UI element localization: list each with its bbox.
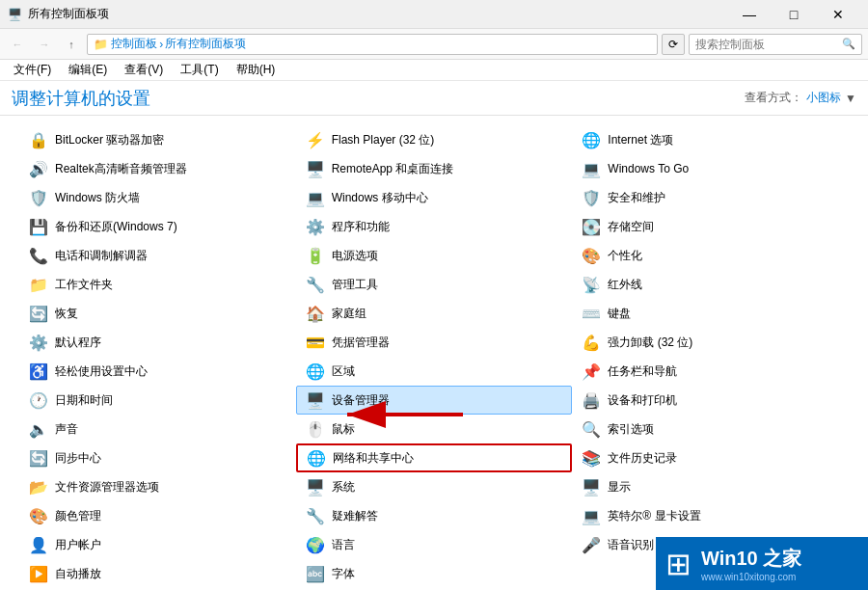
breadcrumb-all-items[interactable]: 所有控制面板项 [165, 36, 246, 52]
item-icon: 📚 [581, 447, 602, 469]
control-item[interactable]: 🖥️RemoteApp 和桌面连接 [296, 154, 573, 183]
control-item[interactable]: 🎨颜色管理 [19, 501, 296, 530]
item-label: 语言 [332, 537, 355, 553]
breadcrumb-separator: › [159, 38, 163, 51]
control-item[interactable]: 🔄同步中心 [19, 443, 296, 472]
control-item[interactable]: 🎨个性化 [572, 241, 849, 270]
control-item[interactable]: ⚙️程序和功能 [296, 212, 573, 241]
close-button[interactable]: ✕ [816, 0, 860, 29]
control-item[interactable]: 🔧疑难解答 [296, 501, 573, 530]
item-label: 键盘 [608, 306, 631, 322]
item-icon: ⌨️ [581, 303, 602, 324]
control-item[interactable]: 🏠家庭组 [296, 299, 573, 328]
control-item[interactable]: 📌任务栏和导航 [572, 357, 849, 386]
control-item[interactable]: 🖥️显示 [572, 472, 849, 501]
item-icon: 💻 [581, 505, 602, 526]
forward-button[interactable]: → [33, 33, 56, 56]
item-icon: 🖥️ [581, 476, 602, 497]
menu-help[interactable]: 帮助(H) [229, 60, 284, 80]
item-label: 显示 [608, 479, 631, 496]
control-item[interactable]: 💻英特尔® 显卡设置 [572, 501, 849, 530]
menu-tools[interactable]: 工具(T) [173, 60, 226, 80]
item-icon: 🔧 [305, 505, 326, 526]
breadcrumb-control-panel[interactable]: 控制面板 [111, 36, 157, 52]
item-icon: 🌍 [305, 534, 326, 555]
item-label: 英特尔® 显卡设置 [608, 508, 700, 524]
minimize-button[interactable]: — [727, 0, 772, 29]
item-icon: ⚙️ [305, 216, 326, 237]
control-item[interactable]: 💻Windows To Go [572, 154, 849, 183]
control-item[interactable]: 📞电话和调制解调器 [19, 241, 296, 270]
control-item[interactable]: 🔍索引选项 [572, 415, 849, 443]
item-icon: 🎨 [581, 245, 602, 266]
window-title: 所有控制面板项 [28, 6, 109, 22]
menu-view[interactable]: 查看(V) [117, 60, 171, 80]
control-item[interactable]: 🌍语言 [296, 530, 573, 559]
control-item[interactable]: 🖥️系统 [296, 472, 573, 501]
control-item[interactable]: 🌐区域 [296, 357, 573, 386]
control-item[interactable]: 🌐Internet 选项 [572, 125, 849, 154]
refresh-button[interactable]: ⟳ [662, 34, 685, 55]
item-icon: 🖥️ [305, 476, 326, 497]
control-item[interactable]: 📚文件历史记录 [572, 443, 849, 472]
page-title: 调整计算机的设置 [12, 87, 150, 110]
control-item[interactable]: ⚙️默认程序 [19, 328, 296, 357]
control-item[interactable]: 🌐网络和共享中心 [296, 443, 573, 472]
up-button[interactable]: ↑ [60, 33, 83, 56]
item-icon: 🔤 [305, 563, 326, 584]
control-item[interactable]: 🔄恢复 [19, 299, 296, 328]
item-label: 默认程序 [55, 335, 101, 351]
control-item[interactable]: 💽存储空间 [572, 212, 849, 241]
item-icon: 🖥️ [305, 389, 326, 411]
item-icon: 🔧 [305, 274, 326, 295]
item-icon: 🖥️ [305, 158, 326, 179]
item-label: 颜色管理 [55, 508, 101, 524]
control-item[interactable]: ⚡Flash Player (32 位) [296, 125, 573, 154]
item-icon: 📌 [581, 361, 602, 382]
address-path[interactable]: 📁 控制面板 › 所有控制面板项 [87, 34, 658, 55]
control-item[interactable]: ⌨️键盘 [572, 299, 849, 328]
item-label: Windows 防火墙 [55, 190, 140, 206]
control-item[interactable]: 💳凭据管理器 [296, 328, 573, 357]
control-item[interactable]: 💪强力卸载 (32 位) [572, 328, 849, 357]
menu-edit[interactable]: 编辑(E) [61, 60, 115, 80]
item-label: 强力卸载 (32 位) [608, 335, 692, 351]
control-item[interactable]: 📁工作文件夹 [19, 270, 296, 299]
control-item[interactable]: 🔊Realtek高清晰音频管理器 [19, 154, 296, 183]
menu-bar: 文件(F) 编辑(E) 查看(V) 工具(T) 帮助(H) [0, 60, 868, 81]
view-option[interactable]: 小图标 [806, 90, 841, 106]
control-item[interactable]: ♿轻松使用设置中心 [19, 357, 296, 386]
windows-logo: ⊞ [665, 546, 692, 582]
item-label: Realtek高清晰音频管理器 [55, 161, 187, 177]
item-label: BitLocker 驱动器加密 [55, 132, 164, 148]
control-item[interactable]: 💻Windows 移动中心 [296, 183, 573, 212]
control-item[interactable]: 🔋电源选项 [296, 241, 573, 270]
maximize-button[interactable]: □ [772, 0, 816, 29]
menu-file[interactable]: 文件(F) [6, 60, 59, 80]
item-label: Windows To Go [608, 162, 689, 175]
control-item[interactable]: 🕐日期和时间 [19, 386, 296, 415]
control-item[interactable]: 🔈声音 [19, 415, 296, 443]
control-item[interactable]: 📂文件资源管理器选项 [19, 472, 296, 501]
control-item[interactable]: 🔒BitLocker 驱动器加密 [19, 125, 296, 154]
control-item[interactable]: ▶️自动播放 [19, 559, 296, 588]
control-item[interactable]: 🔤字体 [296, 559, 573, 588]
back-button[interactable]: ← [6, 33, 29, 56]
item-label: Internet 选项 [608, 132, 673, 148]
search-box[interactable]: 🔍 [689, 34, 862, 55]
control-item[interactable]: 🖱️鼠标 [296, 415, 573, 443]
control-item[interactable]: 📡红外线 [572, 270, 849, 299]
control-item[interactable]: 🛡️Windows 防火墙 [19, 183, 296, 212]
item-label: 管理工具 [332, 277, 378, 293]
item-label: 存储空间 [608, 219, 654, 235]
search-input[interactable] [695, 38, 842, 51]
item-label: 疑难解答 [332, 508, 378, 524]
control-item[interactable]: 🖨️设备和打印机 [572, 386, 849, 415]
control-item[interactable]: 👤用户帐户 [19, 530, 296, 559]
control-item[interactable]: 🛡️安全和维护 [572, 183, 849, 212]
item-label: 索引选项 [608, 421, 654, 438]
view-drop-icon[interactable]: ▼ [845, 92, 856, 105]
control-item[interactable]: 🖥️设备管理器 [296, 386, 573, 415]
control-item[interactable]: 💾备份和还原(Windows 7) [19, 212, 296, 241]
control-item[interactable]: 🔧管理工具 [296, 270, 573, 299]
